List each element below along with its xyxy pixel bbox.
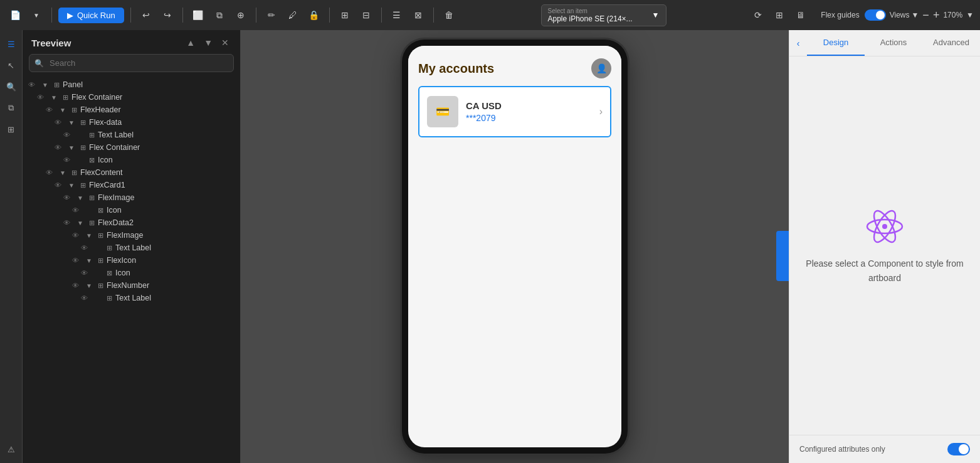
left-icon-tree[interactable]: ☰ xyxy=(3,35,20,53)
expand-flex-container[interactable]: ▼ xyxy=(49,94,59,101)
device-selector[interactable]: Select an item Apple iPhone SE (214×... … xyxy=(541,4,667,26)
eye-icon-flexcontent[interactable]: 👁 xyxy=(40,169,58,176)
expand-flexdata2[interactable]: ▼ xyxy=(75,220,85,226)
collapse-down-button[interactable]: ▼ xyxy=(201,36,215,49)
redo-icon[interactable]: ↪ xyxy=(159,6,176,24)
eye-icon-fleximage-2[interactable]: 👁 xyxy=(66,232,84,239)
expand-fleximage-2[interactable]: ▼ xyxy=(84,232,94,239)
expand-flexcard1[interactable]: ▼ xyxy=(66,182,76,189)
tree-item-text-label-2[interactable]: 👁 ⊞ Text Label xyxy=(23,242,240,254)
view-icon1[interactable]: ⊞ xyxy=(771,6,788,24)
tab-design[interactable]: Design xyxy=(807,30,865,56)
eye-icon-flex-container-2[interactable]: 👁 xyxy=(49,144,66,151)
left-icon-cursor[interactable]: ↖ xyxy=(3,56,20,74)
please-select-text: Please select a Component to style from … xyxy=(802,257,967,285)
flexicon-label: FlexIcon xyxy=(107,256,136,265)
search-input[interactable] xyxy=(29,54,234,72)
zoom-plus-button[interactable]: + xyxy=(933,9,940,21)
copy-icon[interactable]: ⊕ xyxy=(232,6,250,24)
delete-icon[interactable]: 🗑 xyxy=(440,6,458,24)
layers-icon[interactable]: ⧉ xyxy=(211,6,228,24)
tree-item-flexheader[interactable]: 👁 ▼ ⊞ FlexHeader xyxy=(23,104,240,116)
eye-icon-flexicon[interactable]: 👁 xyxy=(66,257,84,264)
left-icon-grid[interactable]: ⊞ xyxy=(3,120,20,138)
tree-item-fleximage-1[interactable]: 👁 ▼ ⊞ FlexImage xyxy=(23,191,240,204)
zoom-dropdown[interactable]: ▼ xyxy=(966,11,974,19)
eye-icon-panel[interactable]: 👁 xyxy=(23,81,40,88)
treeview-controls: ▲ ▼ ✕ xyxy=(184,36,231,49)
expand-fleximage-1[interactable]: ▼ xyxy=(75,194,85,201)
tree-item-icon-1[interactable]: 👁 ⊠ Icon xyxy=(23,154,240,166)
expand-flexicon[interactable]: ▼ xyxy=(84,257,94,264)
tree-item-flex-container[interactable]: 👁 ▼ ⊞ Flex Container xyxy=(23,91,240,104)
canvas-area[interactable]: My accounts 👤 💳 CA USD ***2079 xyxy=(241,30,789,463)
flexcontent-label: FlexContent xyxy=(80,168,122,177)
expand-flex-data[interactable]: ▼ xyxy=(66,119,76,126)
undo-icon[interactable]: ↩ xyxy=(137,6,155,24)
quick-run-play-icon: ▶ xyxy=(67,11,73,20)
flexheader-label: FlexHeader xyxy=(80,105,121,114)
left-icon-layers[interactable]: ⧉ xyxy=(3,99,20,117)
close-tree-button[interactable]: ✕ xyxy=(219,36,231,49)
eye-icon-icon-1[interactable]: 👁 xyxy=(58,156,75,164)
treeview-panel: Treeview ▲ ▼ ✕ 🔍 👁 ▼ ⊞ Panel 👁 ▼ xyxy=(23,30,241,463)
tree-item-flex-data[interactable]: 👁 ▼ ⊞ Flex-data xyxy=(23,116,240,129)
eye-icon-flex-container[interactable]: 👁 xyxy=(31,93,49,101)
tab-actions[interactable]: Actions xyxy=(865,30,922,56)
expand-flexcontent[interactable]: ▼ xyxy=(58,169,68,176)
grid2-icon[interactable]: ⊟ xyxy=(357,6,375,24)
tree-item-text-label-1[interactable]: 👁 ⊞ Text Label xyxy=(23,129,240,141)
tree-item-flexicon[interactable]: 👁 ▼ ⊞ FlexIcon xyxy=(23,254,240,267)
tree-item-icon-3[interactable]: 👁 ⊠ Icon xyxy=(23,267,240,279)
collapse-up-button[interactable]: ▲ xyxy=(184,36,198,49)
frame-icon[interactable]: ⬜ xyxy=(189,6,207,24)
card-container[interactable]: 💳 CA USD ***2079 › xyxy=(418,86,611,137)
eye-icon-text-label-1[interactable]: 👁 xyxy=(58,131,75,139)
account-card[interactable]: 💳 CA USD ***2079 › xyxy=(419,87,610,136)
eye-icon-text-label-3[interactable]: 👁 xyxy=(75,294,93,302)
tree-item-flexcard1[interactable]: 👁 ▼ ⊞ FlexCard1 xyxy=(23,179,240,191)
pen-icon[interactable]: 🖊 xyxy=(284,6,302,24)
left-icon-warning[interactable]: ⚠ xyxy=(3,440,20,458)
eye-icon-flexdata2[interactable]: 👁 xyxy=(58,219,75,226)
expand-flexnumber[interactable]: ▼ xyxy=(84,282,94,289)
expand-flex-container-2[interactable]: ▼ xyxy=(66,144,76,151)
quick-run-button[interactable]: ▶ Quick Run xyxy=(58,8,124,23)
eye-icon-text-label-2[interactable]: 👁 xyxy=(75,244,93,252)
tree-item-fleximage-2[interactable]: 👁 ▼ ⊞ FlexImage xyxy=(23,229,240,242)
component-icon[interactable]: ⊠ xyxy=(409,6,427,24)
eye-icon-flex-data[interactable]: 👁 xyxy=(49,119,66,126)
edit-icon[interactable]: ✏ xyxy=(263,6,280,24)
expand-flexheader[interactable]: ▼ xyxy=(58,107,68,114)
lock-icon[interactable]: 🔒 xyxy=(305,6,323,24)
right-panel-back-arrow[interactable]: ‹ xyxy=(789,30,807,56)
left-icon-search[interactable]: 🔍 xyxy=(3,78,20,95)
layout-icon[interactable]: ☰ xyxy=(388,6,406,24)
tree-item-flex-container-2[interactable]: 👁 ▼ ⊞ Flex Container xyxy=(23,141,240,154)
dropdown-icon[interactable]: ▼ xyxy=(28,6,45,24)
zoom-minus-button[interactable]: − xyxy=(922,9,929,21)
tree-item-text-label-3[interactable]: 👁 ⊞ Text Label xyxy=(23,292,240,304)
eye-icon-flexcard1[interactable]: 👁 xyxy=(49,181,66,189)
flex-guides-toggle[interactable] xyxy=(865,9,886,21)
tree-item-panel[interactable]: 👁 ▼ ⊞ Panel xyxy=(23,78,240,91)
refresh-icon[interactable]: ⟳ xyxy=(749,6,767,24)
file-icon[interactable]: 📄 xyxy=(6,6,24,24)
eye-icon-icon-3[interactable]: 👁 xyxy=(75,269,93,277)
configured-attributes-toggle[interactable] xyxy=(947,443,970,455)
tree-item-icon-2[interactable]: 👁 ⊠ Icon xyxy=(23,204,240,216)
eye-icon-flexnumber[interactable]: 👁 xyxy=(66,282,84,289)
tab-advanced[interactable]: Advanced xyxy=(922,30,980,56)
grid-icon[interactable]: ⊞ xyxy=(336,6,354,24)
tree-item-flexnumber[interactable]: 👁 ▼ ⊞ FlexNumber xyxy=(23,279,240,292)
flex-data-icon: ⊞ xyxy=(76,119,89,127)
eye-icon-fleximage-1[interactable]: 👁 xyxy=(58,194,75,201)
expand-panel[interactable]: ▼ xyxy=(40,82,50,88)
tree-item-flexdata2[interactable]: 👁 ▼ ⊞ FlexData2 xyxy=(23,216,240,229)
view-icon2[interactable]: 🖥 xyxy=(792,6,809,24)
eye-icon-flexheader[interactable]: 👁 xyxy=(40,106,58,114)
eye-icon-icon-2[interactable]: 👁 xyxy=(66,206,84,214)
views-button[interactable]: Views ▼ xyxy=(890,11,919,19)
tree-item-flexcontent[interactable]: 👁 ▼ ⊞ FlexContent xyxy=(23,166,240,179)
panel-label: Panel xyxy=(63,80,83,89)
